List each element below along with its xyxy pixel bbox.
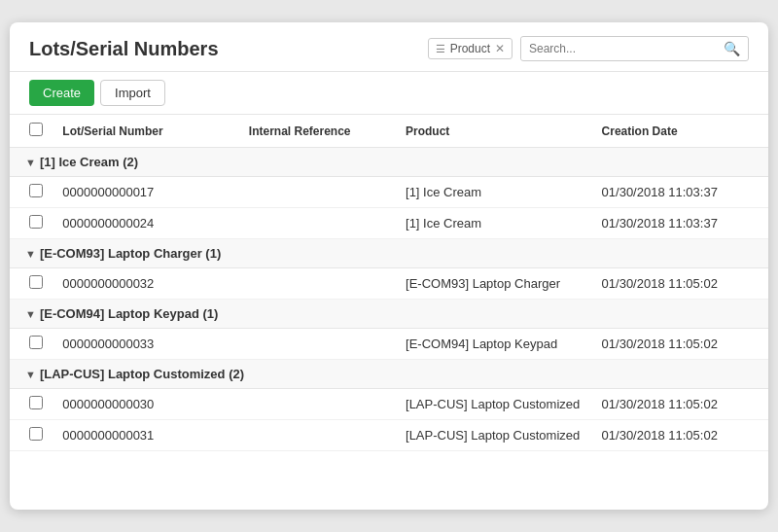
internal-ref-cell: [239, 208, 396, 239]
row-checkbox[interactable]: [29, 275, 43, 289]
group-label: [1] Ice Cream (2): [40, 155, 138, 169]
group-row[interactable]: ▼[LAP-CUS] Laptop Customized (2): [10, 360, 768, 389]
filter-icon: ☰: [436, 43, 445, 55]
toolbar: Create Import: [10, 72, 768, 115]
import-button[interactable]: Import: [100, 80, 165, 106]
lot-number-cell: 0000000000033: [53, 329, 238, 360]
search-input[interactable]: [521, 38, 716, 59]
product-cell: [E-COM94] Laptop Keypad: [396, 329, 592, 360]
internal-ref-cell: [239, 177, 396, 208]
search-button[interactable]: 🔍: [716, 37, 748, 60]
product-cell: [E-COM93] Laptop Charger: [396, 268, 592, 300]
row-checkbox[interactable]: [29, 427, 43, 441]
col-header-date: Creation Date: [592, 115, 768, 148]
group-arrow-icon: ▼: [25, 369, 36, 380]
group-label: [E-COM93] Laptop Charger (1): [40, 246, 221, 261]
group-arrow-icon: ▼: [25, 308, 36, 320]
lot-number-cell: 0000000000031: [53, 420, 238, 451]
group-label: [E-COM94] Laptop Keypad (1): [40, 306, 218, 321]
creation-date-cell: 01/30/2018 11:03:37: [592, 177, 768, 208]
lot-number-cell: 0000000000030: [53, 389, 238, 420]
group-row[interactable]: ▼[E-COM93] Laptop Charger (1): [10, 239, 768, 268]
creation-date-cell: 01/30/2018 11:05:02: [592, 329, 768, 360]
create-button[interactable]: Create: [29, 80, 94, 106]
filter-label: Product: [450, 42, 490, 55]
product-cell: [LAP-CUS] Laptop Customized: [396, 420, 592, 451]
filter-close-icon[interactable]: ✕: [495, 42, 505, 55]
product-cell: [1] Ice Cream: [396, 208, 592, 239]
product-cell: [1] Ice Cream: [396, 177, 592, 208]
group-label: [LAP-CUS] Laptop Customized (2): [40, 367, 244, 381]
header: Lots/Serial Numbers ☰ Product ✕ 🔍: [10, 22, 768, 72]
product-cell: [LAP-CUS] Laptop Customized: [396, 389, 592, 420]
table-row[interactable]: 0000000000033[E-COM94] Laptop Keypad01/3…: [10, 329, 768, 360]
group-arrow-icon: ▼: [25, 157, 36, 168]
table-header-row: Lot/Serial Number Internal Reference Pro…: [10, 115, 768, 148]
table-row[interactable]: 0000000000017[1] Ice Cream01/30/2018 11:…: [10, 177, 768, 208]
group-arrow-icon: ▼: [25, 248, 36, 260]
internal-ref-cell: [239, 420, 396, 451]
table-row[interactable]: 0000000000024[1] Ice Cream01/30/2018 11:…: [10, 208, 768, 239]
group-row[interactable]: ▼[E-COM94] Laptop Keypad (1): [10, 300, 768, 329]
table-row[interactable]: 0000000000031[LAP-CUS] Laptop Customized…: [10, 420, 768, 451]
lot-number-cell: 0000000000017: [53, 177, 238, 208]
lot-number-cell: 0000000000024: [53, 208, 238, 239]
lots-table: Lot/Serial Number Internal Reference Pro…: [10, 115, 768, 451]
col-header-product: Product: [396, 115, 592, 148]
select-all-checkbox[interactable]: [29, 123, 43, 136]
col-header-lot: Lot/Serial Number: [53, 115, 238, 148]
table-row[interactable]: 0000000000030[LAP-CUS] Laptop Customized…: [10, 389, 768, 420]
table-area: Lot/Serial Number Internal Reference Pro…: [10, 115, 768, 510]
bottom-padding: [10, 451, 768, 510]
main-window: Lots/Serial Numbers ☰ Product ✕ 🔍 Create…: [10, 22, 768, 510]
col-header-check: [10, 115, 53, 148]
internal-ref-cell: [239, 329, 396, 360]
row-checkbox[interactable]: [29, 396, 43, 409]
col-header-ref: Internal Reference: [239, 115, 396, 148]
row-checkbox[interactable]: [29, 215, 43, 229]
table-row[interactable]: 0000000000032[E-COM93] Laptop Charger01/…: [10, 268, 768, 300]
row-checkbox[interactable]: [29, 336, 43, 349]
creation-date-cell: 01/30/2018 11:05:02: [592, 420, 768, 451]
search-box: 🔍: [520, 36, 749, 61]
group-row[interactable]: ▼[1] Ice Cream (2): [10, 148, 768, 177]
row-checkbox[interactable]: [29, 184, 43, 197]
creation-date-cell: 01/30/2018 11:05:02: [592, 389, 768, 420]
lot-number-cell: 0000000000032: [53, 268, 238, 300]
creation-date-cell: 01/30/2018 11:03:37: [592, 208, 768, 239]
header-right: ☰ Product ✕ 🔍: [428, 36, 749, 61]
creation-date-cell: 01/30/2018 11:05:02: [592, 268, 768, 300]
page-title: Lots/Serial Numbers: [29, 38, 219, 60]
filter-tag: ☰ Product ✕: [428, 38, 513, 59]
internal-ref-cell: [239, 389, 396, 420]
internal-ref-cell: [239, 268, 396, 300]
